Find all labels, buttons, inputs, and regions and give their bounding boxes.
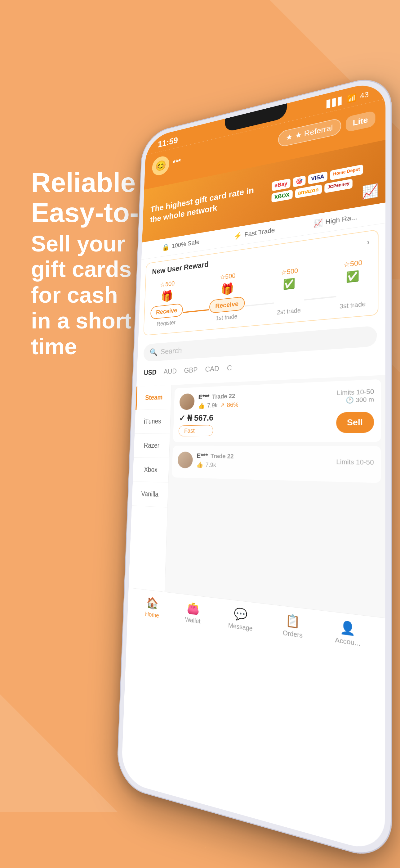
wallet-icon: 👛 xyxy=(187,601,200,616)
listing-username-2: E*** xyxy=(197,452,208,460)
receive-button-1[interactable]: Receive xyxy=(151,303,183,319)
progress-line-1 xyxy=(182,309,209,313)
thumb-up-icon: 👍 xyxy=(198,402,205,409)
listing-top-row: E*** Trade 22 👍 7.9k ↗ 86% xyxy=(179,386,374,410)
receive-button-2[interactable]: Receive xyxy=(209,297,245,314)
tab-other[interactable]: C xyxy=(226,361,233,375)
referral-button[interactable]: ★ ★ Referral xyxy=(278,117,341,148)
price-section: ✓ ₦ 567.6 Fast xyxy=(178,412,213,436)
list-item: E*** Trade 22 👍 7.9k Limits 10-50 xyxy=(172,446,381,483)
signal-icon: ▋▋▋ xyxy=(327,96,343,108)
category-sidebar: Steam iTunes Razer Xbox Vanilla xyxy=(129,385,172,592)
home-icon: 🏠 xyxy=(146,596,159,610)
account-label: Accou... xyxy=(335,636,360,648)
sidebar-item-vanilla[interactable]: Vanilla xyxy=(132,482,168,507)
sidebar-item-razer[interactable]: Razer xyxy=(134,433,170,458)
reward-coin-3: ✅ xyxy=(283,277,296,290)
tab-cad[interactable]: CAD xyxy=(204,362,221,376)
listing-trade-count: Trade 22 xyxy=(212,393,235,400)
nav-item-account[interactable]: 👤 Accou... xyxy=(335,619,360,648)
tab-usd[interactable]: USD xyxy=(143,366,158,379)
listing-rating: 86% xyxy=(227,401,238,408)
referral-label: ★ Referral xyxy=(295,123,333,140)
nav-item-orders[interactable]: 📋 Orders xyxy=(283,613,303,640)
phone-frame: 11:59 ▋▋▋ 📶 43 😊 *** xyxy=(116,72,392,864)
feature-safe: 🔒 100% Safe xyxy=(162,238,199,252)
listing-price: ✓ ₦ 567.6 xyxy=(179,412,214,423)
sidebar-item-itunes[interactable]: iTunes xyxy=(135,409,171,434)
jcpenney-logo: JCPenney xyxy=(324,179,353,193)
step-label-1st: 1st trade xyxy=(215,313,237,321)
hero-subtitle3: for cash xyxy=(31,282,118,307)
avatar xyxy=(179,393,195,410)
fast-badge: Fast xyxy=(178,425,213,436)
feature-fast: ⚡ Fast Trade xyxy=(234,226,275,241)
feature-safe-label: 100% Safe xyxy=(171,238,199,250)
listing-limits-2: Limits 10-50 xyxy=(336,458,374,466)
feature-rate: 📈 High Ra... xyxy=(313,213,357,228)
avatar-emoji: 😊 xyxy=(155,159,167,173)
sidebar-item-steam[interactable]: Steam xyxy=(135,385,171,410)
feature-fast-label: Fast Trade xyxy=(244,226,275,239)
listing-price-value: ₦ 567.6 xyxy=(187,413,213,423)
listing-bottom-row: ✓ ₦ 567.6 Fast Sell xyxy=(178,409,374,436)
wallet-label: Wallet xyxy=(185,616,201,625)
lite-badge: Lite xyxy=(346,110,375,132)
wifi-icon: 📶 xyxy=(347,93,357,103)
nav-item-wallet[interactable]: 👛 Wallet xyxy=(185,601,201,625)
target-logo: 🎯 xyxy=(293,176,306,187)
phone-screen: 11:59 ▋▋▋ 📶 43 😊 *** xyxy=(121,79,386,855)
gift-card-logos: eBay 🎯 VISA Home Depot XBOX amazon JCPen… xyxy=(271,162,375,203)
hero-subtitle5: time xyxy=(31,334,77,359)
hero-subtitle1: Sell your xyxy=(31,231,125,256)
verified-icon: ✓ xyxy=(179,414,186,423)
reward-gift-1: 🎁 xyxy=(161,289,173,303)
listing-username-row-2: E*** Trade 22 xyxy=(197,452,332,461)
banner-text: The highest gift card rate in the whole … xyxy=(150,182,265,225)
phone-mockup: 11:59 ▋▋▋ 📶 43 😊 *** xyxy=(112,87,385,801)
amazon-logo: amazon xyxy=(295,184,322,198)
orders-icon: 📋 xyxy=(285,613,300,629)
listing-info-2: E*** Trade 22 👍 7.9k xyxy=(196,452,332,471)
reward-gift-2: 🎁 xyxy=(221,282,234,296)
listing-top-row-2: E*** Trade 22 👍 7.9k Limits 10-50 xyxy=(177,452,374,472)
tab-aud[interactable]: AUD xyxy=(163,365,178,378)
home-label: Home xyxy=(145,610,159,619)
reward-coin-4: ✅ xyxy=(346,270,359,283)
visa-logo: VISA xyxy=(308,171,328,184)
nav-item-message[interactable]: 💬 Message xyxy=(228,606,253,632)
tab-gbp[interactable]: GBP xyxy=(183,363,199,377)
avatar-image-2 xyxy=(177,452,193,468)
decorative-triangle-bottom xyxy=(0,694,118,812)
reward-step-1st-trade: ☆500 🎁 Receive 1st trade xyxy=(209,270,245,322)
nav-item-home[interactable]: 🏠 Home xyxy=(145,596,159,619)
orders-label: Orders xyxy=(283,629,303,640)
ebay-logo: eBay xyxy=(272,178,291,191)
progress-line-3 xyxy=(304,296,336,301)
listing-rating-row-2: 👍 7.9k xyxy=(196,461,331,471)
reward-step-2nd-trade: ☆500 ✅ 2st trade xyxy=(273,266,304,316)
sidebar-item-xbox[interactable]: Xbox xyxy=(133,458,169,483)
status-time: 11:59 xyxy=(158,135,178,150)
xbox-logo: XBOX xyxy=(271,190,293,203)
main-content: Steam iTunes Razer Xbox Vanilla xyxy=(129,375,386,618)
search-placeholder: Search xyxy=(160,346,182,356)
message-label: Message xyxy=(228,621,253,632)
reward-step-3rd-trade: ☆500 ✅ 3st trade xyxy=(336,258,370,310)
feature-rate-label: High Ra... xyxy=(325,213,357,226)
safe-icon: 🔒 xyxy=(162,243,170,251)
banner-trend-icon: 📈 xyxy=(362,183,378,200)
reward-arrow-icon: › xyxy=(367,238,370,247)
reward-stars-4: ☆500 xyxy=(343,258,362,269)
fast-icon: ⚡ xyxy=(234,231,242,241)
listing-trade-count-2: Trade 22 xyxy=(210,453,234,460)
up-arrow-icon: ↗ xyxy=(220,401,225,409)
step-label-3rd: 3st trade xyxy=(339,300,366,310)
reward-step-register: ☆500 🎁 Receive Register xyxy=(150,278,184,328)
listing-likes-2: 7.9k xyxy=(205,461,216,468)
account-icon: 👤 xyxy=(340,620,356,637)
listing-time-value: 300 m xyxy=(356,396,374,403)
sell-button[interactable]: Sell xyxy=(336,411,374,433)
battery-label: 43 xyxy=(360,90,369,101)
step-label-2nd: 2st trade xyxy=(277,307,301,316)
